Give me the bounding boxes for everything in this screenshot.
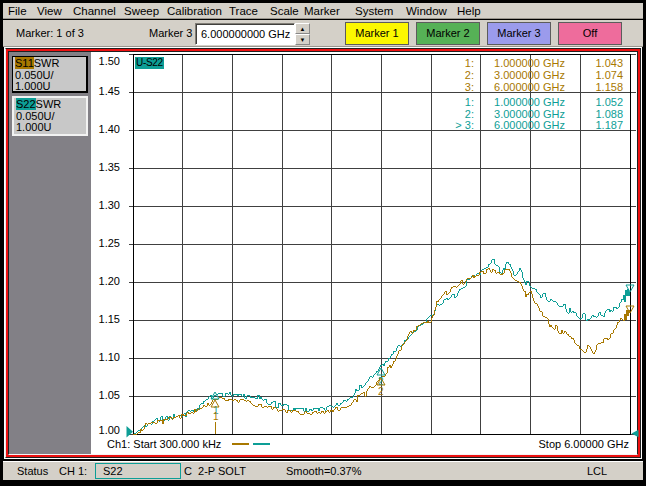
- svg-text:2: 2: [378, 386, 384, 397]
- svg-text:1: 1: [213, 411, 219, 422]
